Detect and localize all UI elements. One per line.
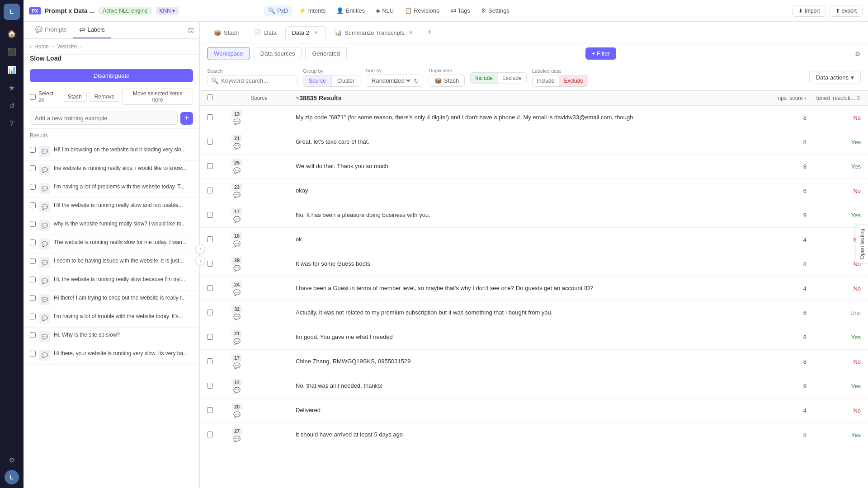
move-selected-btn[interactable]: Move selected items here bbox=[122, 89, 193, 105]
user-avatar[interactable]: L bbox=[5, 470, 19, 484]
row-checkbox[interactable] bbox=[207, 432, 213, 437]
tab-data2-close[interactable]: ✕ bbox=[312, 29, 319, 37]
list-item[interactable]: 💬 the website is running really alos, i … bbox=[24, 161, 199, 179]
tab-stash[interactable]: 📦 Stash bbox=[207, 26, 245, 39]
list-item[interactable]: 💬 Hi! the website is running really slow… bbox=[24, 198, 199, 216]
row-checkbox[interactable] bbox=[207, 212, 213, 218]
data-actions-btn[interactable]: Data actions ▾ bbox=[809, 71, 861, 84]
table-row[interactable]: 17💬 Chloe Zhang, RMWGQ19SKS, 0955031529 … bbox=[200, 350, 868, 374]
nav-icon-settings[interactable]: ⚙ bbox=[4, 452, 20, 468]
row-checkbox[interactable] bbox=[207, 236, 213, 242]
knn-badge[interactable]: KNN ▾ bbox=[156, 7, 179, 15]
tab-summarize[interactable]: 📊 Summarize Transcripts ✕ bbox=[328, 26, 421, 39]
collapse-left-arrow-up[interactable]: ‹ bbox=[195, 244, 205, 254]
table-row[interactable]: 16💬 ok 4 No bbox=[200, 228, 868, 252]
list-item-checkbox[interactable] bbox=[30, 258, 36, 264]
table-row[interactable]: 21💬 Great, let's take care of that. 8 Ye… bbox=[200, 130, 868, 155]
select-all-checkbox[interactable] bbox=[30, 94, 36, 100]
list-item[interactable]: 💬 Hi there, your website is running very… bbox=[24, 346, 199, 365]
nav-btn-pxd[interactable]: 🔍 PxD bbox=[264, 5, 293, 16]
nav-btn-revisions[interactable]: 📋 Revisions bbox=[400, 5, 443, 16]
list-item-checkbox[interactable] bbox=[30, 295, 36, 301]
list-item-checkbox[interactable] bbox=[30, 184, 36, 190]
tab-labels[interactable]: 🏷 Labels bbox=[73, 22, 111, 38]
tuned-column-header[interactable]: tuned_resoluti... ⊞ bbox=[807, 95, 861, 101]
list-item[interactable]: 💬 Hi there! I am trying to shop but the … bbox=[24, 291, 199, 309]
tab-prompts[interactable]: 💬 Prompts bbox=[29, 22, 73, 38]
row-checkbox[interactable] bbox=[207, 358, 213, 364]
tab-summarize-close[interactable]: ✕ bbox=[407, 29, 415, 36]
row-checkbox[interactable] bbox=[207, 383, 213, 389]
table-row[interactable]: 27💬 It should have arrived at least 5 da… bbox=[200, 423, 868, 447]
nav-icon-home[interactable]: 🏠 bbox=[4, 25, 20, 42]
nps-column-header[interactable]: nps_score ▾ bbox=[761, 95, 807, 101]
datasources-btn[interactable]: Data sources bbox=[254, 47, 302, 60]
table-row[interactable]: 29💬 It was for some Guess boots 8 No bbox=[200, 252, 868, 277]
filter-icon-left[interactable]: ⚖ bbox=[188, 26, 194, 34]
nav-icon-question[interactable]: ? bbox=[4, 116, 20, 132]
add-example-btn[interactable]: + bbox=[180, 112, 193, 125]
sort-select[interactable]: Randomized bbox=[370, 77, 412, 84]
remove-btn-sm[interactable]: Remove bbox=[90, 92, 120, 102]
tab-add-btn[interactable]: + bbox=[423, 26, 436, 39]
tab-data2[interactable]: Data 2 ✕ bbox=[285, 26, 326, 39]
table-row[interactable]: 25💬 We will do that. Thank you so much 8… bbox=[200, 155, 868, 179]
list-item[interactable]: 💬 Hi! I'm browsing on the website but it… bbox=[24, 142, 199, 161]
list-item[interactable]: 💬 Hi, the website is running really slow… bbox=[24, 272, 199, 291]
filter-btn[interactable]: + Filter bbox=[585, 47, 616, 60]
duplicates-exclude-btn[interactable]: Exclude bbox=[498, 73, 526, 84]
list-item-checkbox[interactable] bbox=[30, 351, 36, 357]
row-checkbox[interactable] bbox=[207, 261, 213, 267]
table-row[interactable]: 24💬 I have been a Guest in terms of memb… bbox=[200, 277, 868, 301]
list-item-checkbox[interactable] bbox=[30, 332, 36, 338]
import-btn[interactable]: ⬇ import bbox=[793, 5, 826, 17]
list-item-checkbox[interactable] bbox=[30, 239, 36, 245]
columns-settings-icon[interactable]: ⊞ bbox=[856, 95, 861, 101]
open-testing-btn[interactable]: Open testing bbox=[856, 225, 868, 263]
list-item[interactable]: 💬 The website is running really slow for… bbox=[24, 235, 199, 253]
export-btn[interactable]: ⬆ export bbox=[830, 5, 863, 17]
list-item-checkbox[interactable] bbox=[30, 314, 36, 319]
list-item[interactable]: 💬 why is the website running really slow… bbox=[24, 216, 199, 235]
row-checkbox[interactable] bbox=[207, 139, 213, 145]
stash-main-btn[interactable]: 📦 Stash bbox=[429, 75, 464, 86]
nav-btn-tags[interactable]: 🏷 Tags bbox=[446, 5, 475, 16]
group-by-source-btn[interactable]: Source bbox=[303, 75, 332, 86]
row-checkbox[interactable] bbox=[207, 407, 213, 413]
collapse-left-arrow-down[interactable]: › bbox=[195, 256, 205, 266]
row-checkbox[interactable] bbox=[207, 285, 213, 291]
row-checkbox[interactable] bbox=[207, 114, 213, 120]
table-row[interactable]: 13💬 My zip code "6971" (for some reason,… bbox=[200, 106, 868, 130]
list-item-checkbox[interactable] bbox=[30, 202, 36, 208]
list-item[interactable]: 💬 Hi. Why is the site so slow? bbox=[24, 328, 199, 346]
view-options-icon[interactable]: ⚙ bbox=[855, 50, 861, 57]
nav-icon-data[interactable]: ⬛ bbox=[4, 43, 20, 60]
nav-icon-history[interactable]: ↺ bbox=[4, 98, 20, 114]
table-row[interactable]: 14💬 No, that was all I needed, thanks! 9… bbox=[200, 374, 868, 399]
table-row[interactable]: 17💬 No. It has been a pleasure doing bus… bbox=[200, 203, 868, 228]
app-logo[interactable]: L bbox=[4, 4, 20, 20]
collapse-left-btn[interactable]: ‹ bbox=[30, 43, 32, 50]
table-row[interactable]: 20💬 Delivered 4 No bbox=[200, 399, 868, 423]
list-item-checkbox[interactable] bbox=[30, 147, 36, 153]
nav-btn-entities[interactable]: 👤 Entities bbox=[332, 5, 369, 16]
list-item[interactable]: 💬 I'm having a lot of problems with the … bbox=[24, 179, 199, 198]
nav-btn-intents[interactable]: ⚡ Intents bbox=[294, 5, 330, 16]
nav-icon-star[interactable]: ★ bbox=[4, 80, 20, 96]
labeled-exclude-btn[interactable]: Exclude bbox=[559, 75, 588, 86]
list-item-checkbox[interactable] bbox=[30, 165, 36, 171]
sort-refresh-icon[interactable]: ↻ bbox=[414, 77, 419, 84]
row-checkbox[interactable] bbox=[207, 310, 213, 315]
tab-data[interactable]: 📄 Data bbox=[247, 26, 283, 39]
group-by-cluster-btn[interactable]: Cluster bbox=[332, 75, 360, 86]
table-row[interactable]: 23💬 okay 6 No bbox=[200, 179, 868, 203]
stash-btn-sm[interactable]: Stash bbox=[63, 92, 87, 102]
list-item[interactable]: 💬 I seem to be having issues with the we… bbox=[24, 253, 199, 272]
disambiguate-btn[interactable]: Disambiguate bbox=[30, 69, 193, 82]
list-item-checkbox[interactable] bbox=[30, 277, 36, 282]
generated-btn[interactable]: Generated bbox=[305, 47, 346, 60]
list-item[interactable]: 💬 I'm having a lot of trouble with the w… bbox=[24, 309, 199, 328]
row-checkbox[interactable] bbox=[207, 188, 213, 193]
list-item-checkbox[interactable] bbox=[30, 221, 36, 227]
row-checkbox[interactable] bbox=[207, 163, 213, 169]
